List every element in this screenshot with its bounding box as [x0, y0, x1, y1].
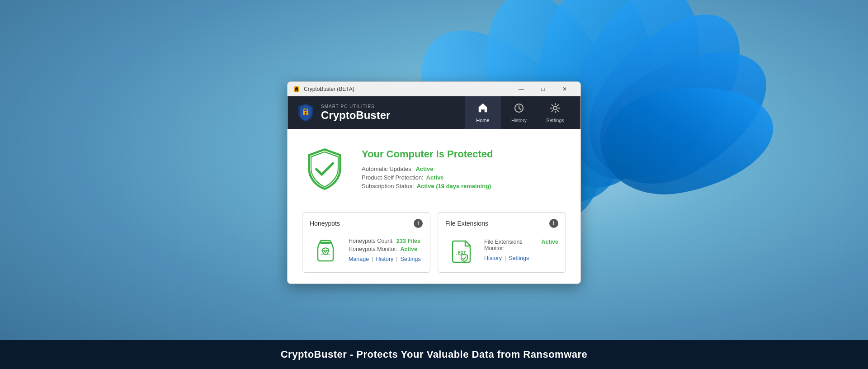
- file-extensions-card-header: File Extensions i: [445, 219, 558, 228]
- nav-home-button[interactable]: Home: [465, 96, 501, 129]
- file-extensions-info-icon[interactable]: i: [549, 219, 558, 228]
- file-extensions-icon: .EXT: [445, 234, 477, 266]
- history-icon: [513, 102, 525, 116]
- logo-title: CryptoBuster: [321, 109, 390, 122]
- bottom-banner: CryptoBuster - Protects Your Valuable Da…: [0, 340, 868, 369]
- svg-point-5: [305, 112, 307, 114]
- nav-settings-label: Settings: [546, 118, 564, 123]
- cards-row: Honeypots i: [302, 212, 566, 273]
- protection-detail-2: Subscription Status: Active (19 days rem…: [362, 183, 493, 189]
- app-icon: [293, 85, 300, 93]
- app-content: Your Computer Is Protected Automatic Upd…: [288, 129, 580, 284]
- honeypots-card-body: Honeypots Count: 233 Files Honeypots Mon…: [310, 234, 423, 266]
- honeypots-details: Honeypots Count: 233 Files Honeypots Mon…: [349, 238, 423, 262]
- minimize-button[interactable]: —: [511, 82, 532, 96]
- file-extensions-details: File Extensions Monitor: Active History …: [484, 239, 558, 261]
- bottom-banner-text: CryptoBuster - Protects Your Valuable Da…: [281, 349, 588, 360]
- app-logo: Smart PC Utilities CryptoBuster: [295, 102, 465, 123]
- protection-detail-1: Product Self Protection: Active: [362, 174, 493, 181]
- honeypots-monitor-row: Honeypots Monitor: Active: [349, 246, 423, 252]
- window-controls: — □ ✕: [511, 82, 575, 96]
- svg-point-2: [296, 90, 297, 90]
- honeypots-card: Honeypots i: [302, 212, 430, 273]
- honeypots-count-row: Honeypots Count: 233 Files: [349, 238, 423, 244]
- close-button[interactable]: ✕: [554, 82, 575, 96]
- protection-detail-0: Automatic Updates: Active: [362, 166, 493, 172]
- file-ext-settings-link[interactable]: Settings: [509, 255, 529, 261]
- logo-text: Smart PC Utilities CryptoBuster: [321, 104, 390, 122]
- logo-subtitle: Smart PC Utilities: [321, 104, 390, 109]
- honeypots-info-icon[interactable]: i: [414, 219, 423, 228]
- file-ext-history-link[interactable]: History: [484, 255, 502, 261]
- nav-settings-button[interactable]: Settings: [537, 96, 573, 129]
- title-bar: CryptoBuster (BETA) — □ ✕: [288, 82, 580, 96]
- nav-buttons: Home History: [465, 96, 573, 129]
- honeypots-links: Manage | History | Settings: [349, 256, 423, 262]
- honeypots-title: Honeypots: [310, 220, 340, 227]
- maximize-button[interactable]: □: [533, 82, 553, 96]
- honeypots-icon: [310, 234, 341, 266]
- home-icon: [477, 102, 489, 116]
- app-header: Smart PC Utilities CryptoBuster Home: [288, 96, 580, 129]
- nav-history-button[interactable]: History: [501, 96, 537, 129]
- protection-info: Your Computer Is Protected Automatic Upd…: [362, 148, 493, 191]
- protection-headline: Your Computer Is Protected: [362, 148, 493, 160]
- honeypots-history-link[interactable]: History: [376, 256, 393, 262]
- app-window: CryptoBuster (BETA) — □ ✕ Smart PC Utili…: [287, 81, 581, 284]
- nav-history-label: History: [511, 118, 527, 123]
- logo-shield-icon: [295, 102, 316, 123]
- svg-text:.EXT: .EXT: [455, 251, 466, 255]
- nav-home-label: Home: [476, 118, 489, 123]
- svg-point-10: [553, 106, 557, 110]
- file-extensions-card-body: .EXT File Extensions Monitor: Active His…: [445, 234, 558, 266]
- file-extensions-links: History | Settings: [484, 255, 558, 261]
- window-title: CryptoBuster (BETA): [304, 86, 511, 92]
- honeypots-settings-link[interactable]: Settings: [401, 256, 421, 262]
- svg-line-9: [519, 108, 521, 109]
- file-ext-monitor-row: File Extensions Monitor: Active: [484, 239, 558, 251]
- file-extensions-title: File Extensions: [445, 220, 488, 227]
- protection-shield-icon: [302, 147, 347, 192]
- protection-section: Your Computer Is Protected Automatic Upd…: [302, 140, 566, 199]
- file-extensions-card: File Extensions i .EXT: [438, 212, 566, 273]
- honeypots-card-header: Honeypots i: [310, 219, 423, 228]
- honeypots-manage-link[interactable]: Manage: [349, 256, 369, 262]
- settings-icon: [549, 102, 561, 116]
